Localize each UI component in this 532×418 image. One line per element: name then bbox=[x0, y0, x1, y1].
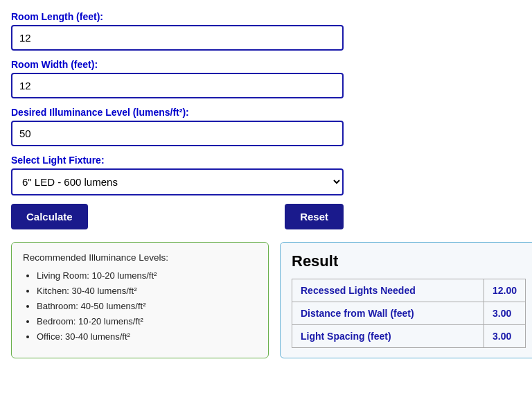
result-label: Light Spacing (feet) bbox=[292, 325, 484, 348]
illuminance-label: Desired Illuminance Level (lumens/ft²): bbox=[11, 107, 521, 118]
result-title: Result bbox=[292, 252, 526, 270]
result-label: Recessed Lights Needed bbox=[292, 279, 484, 302]
room-width-input[interactable] bbox=[11, 73, 344, 98]
result-box: Result Recessed Lights Needed12.00Distan… bbox=[280, 242, 532, 358]
list-item: Bathroom: 40-50 lumens/ft² bbox=[37, 299, 257, 314]
result-label: Distance from Wall (feet) bbox=[292, 302, 484, 325]
table-row: Recessed Lights Needed12.00 bbox=[292, 279, 526, 302]
button-row: Calculate Reset bbox=[11, 204, 344, 229]
table-row: Distance from Wall (feet)3.00 bbox=[292, 302, 526, 325]
table-row: Light Spacing (feet)3.00 bbox=[292, 325, 526, 348]
fixture-label: Select Light Fixture: bbox=[11, 155, 521, 166]
room-length-input[interactable] bbox=[11, 25, 344, 51]
reset-button[interactable]: Reset bbox=[285, 204, 344, 229]
result-value: 3.00 bbox=[484, 325, 525, 348]
fixture-select[interactable]: 4" LED - 400 lumens6" LED - 600 lumens8"… bbox=[11, 168, 344, 195]
calculate-button[interactable]: Calculate bbox=[11, 204, 88, 229]
info-list: Living Room: 10-20 lumens/ft²Kitchen: 30… bbox=[23, 268, 257, 345]
list-item: Kitchen: 30-40 lumens/ft² bbox=[37, 284, 257, 299]
result-value: 12.00 bbox=[484, 279, 525, 302]
list-item: Office: 30-40 lumens/ft² bbox=[37, 329, 257, 345]
room-length-label: Room Length (feet): bbox=[11, 11, 521, 22]
info-box: Recommended Illuminance Levels: Living R… bbox=[11, 242, 269, 358]
info-title: Recommended Illuminance Levels: bbox=[23, 252, 257, 263]
result-tbody: Recessed Lights Needed12.00Distance from… bbox=[292, 279, 526, 348]
bottom-row: Recommended Illuminance Levels: Living R… bbox=[11, 242, 532, 358]
illuminance-input[interactable] bbox=[11, 121, 344, 146]
list-item: Bedroom: 10-20 lumens/ft² bbox=[37, 314, 257, 329]
result-value: 3.00 bbox=[484, 302, 525, 325]
result-table: Recessed Lights Needed12.00Distance from… bbox=[292, 279, 526, 348]
room-width-label: Room Width (feet): bbox=[11, 59, 521, 70]
list-item: Living Room: 10-20 lumens/ft² bbox=[37, 268, 257, 284]
